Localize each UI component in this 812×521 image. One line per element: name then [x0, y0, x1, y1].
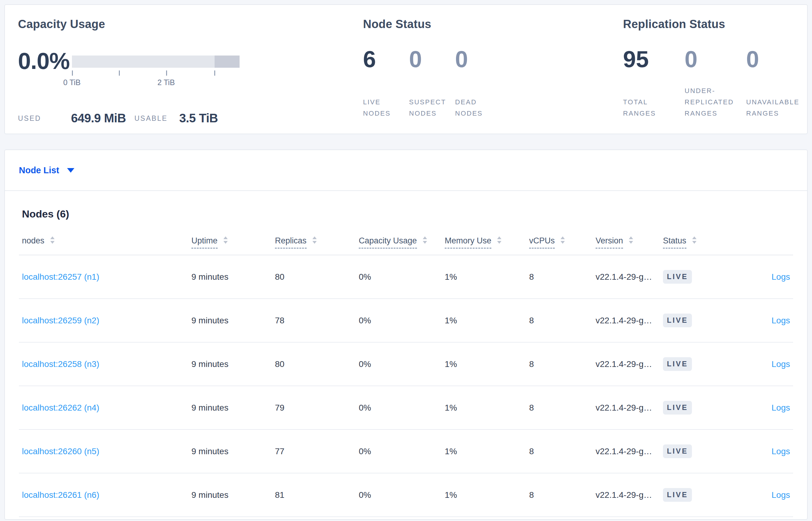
sort-icon[interactable] [422, 236, 428, 246]
logs-cell: Logs [722, 342, 793, 386]
table-row: localhost:26261 (n6)9 minutes810%1%8v22.… [19, 473, 793, 517]
logs-link[interactable]: Logs [771, 272, 790, 281]
logs-link[interactable]: Logs [771, 447, 790, 456]
capacity-tick [166, 70, 167, 76]
table-row: localhost:26262 (n4)9 minutes790%1%8v22.… [19, 386, 793, 430]
status-cell: LIVE [660, 255, 722, 299]
node-link[interactable]: localhost:26259 (n2) [22, 316, 99, 325]
stat-label: TOTALRANGES [623, 73, 685, 119]
logs-link[interactable]: Logs [771, 316, 790, 325]
column-header-content: Uptime [191, 236, 229, 246]
stat-label-line: NODES [409, 108, 455, 119]
version-cell: v22.1.4-29-g… [593, 299, 660, 342]
logs-link[interactable]: Logs [771, 490, 790, 500]
status-badge: LIVE [663, 445, 692, 458]
capacity-tick-label: 0 TiB [64, 78, 81, 87]
node-link[interactable]: localhost:26260 (n5) [22, 447, 99, 456]
logs-link[interactable]: Logs [771, 359, 790, 369]
uptime-cell: 9 minutes [188, 299, 272, 342]
capacity-bar-dark-segment [215, 55, 240, 68]
logs-cell: Logs [722, 386, 793, 430]
node-link[interactable]: localhost:26257 (n1) [22, 272, 99, 281]
vcpus-cell: 8 [526, 430, 593, 473]
capacity-tick [72, 70, 73, 76]
column-header-status[interactable]: Status [660, 228, 722, 255]
capacity-usage-cell: 0% [356, 430, 441, 473]
stat-label-line: NODES [363, 108, 409, 119]
memory-use-cell: 1% [441, 386, 526, 430]
column-header-version[interactable]: Version [593, 228, 660, 255]
capacity-bar [72, 55, 240, 68]
node-list-dropdown[interactable]: Node List [19, 165, 74, 175]
sort-icon[interactable] [222, 236, 229, 246]
status-badge: LIVE [663, 357, 692, 370]
node-list-dropdown-label: Node List [19, 165, 59, 175]
stat-label-line: NODES [455, 108, 501, 119]
stat-value: 0 [685, 48, 746, 71]
column-header-capacity[interactable]: Capacity Usage [356, 228, 441, 255]
capacity-tick [119, 70, 120, 76]
sort-icon[interactable] [691, 236, 697, 246]
node-address-cell: localhost:26257 (n1) [19, 255, 188, 299]
column-header-nodes[interactable]: nodes [19, 228, 188, 255]
column-label-nodes: nodes [22, 236, 45, 246]
sort-icon[interactable] [628, 236, 634, 246]
column-header-replicas[interactable]: Replicas [272, 228, 356, 255]
usable-label: USABLE [135, 114, 168, 122]
stat-label-line: UNAVAILABLE [746, 96, 808, 108]
version-cell: v22.1.4-29-g… [593, 255, 660, 299]
used-value: 649.9 MiB [71, 111, 126, 125]
column-label-replicas: Replicas [275, 236, 307, 249]
capacity-usage-cell: 0% [356, 255, 441, 299]
stat-label-line: RANGES [623, 108, 685, 119]
stat-label: DEADNODES [455, 73, 501, 119]
memory-use-cell: 1% [441, 255, 526, 299]
column-label-vcpus: vCPUs [529, 236, 555, 249]
column-label-uptime: Uptime [191, 236, 218, 249]
logs-link[interactable]: Logs [771, 403, 790, 412]
status-cell: LIVE [660, 386, 722, 430]
column-label-capacity: Capacity Usage [359, 236, 417, 249]
vcpus-cell: 8 [526, 473, 593, 517]
node-link[interactable]: localhost:26261 (n6) [22, 490, 99, 500]
capacity-bar-chart: 0 TiB2 TiB [72, 55, 240, 95]
column-header-uptime[interactable]: Uptime [188, 228, 272, 255]
capacity-usage-cell: 0% [356, 342, 441, 386]
replicas-cell: 79 [272, 386, 356, 430]
node-link[interactable]: localhost:26258 (n3) [22, 359, 99, 369]
column-header-memory[interactable]: Memory Use [441, 228, 526, 255]
column-header-vcpus[interactable]: vCPUs [526, 228, 593, 255]
stat-value: 6 [363, 48, 409, 71]
stat-label: UNDER-REPLICATEDRANGES [685, 73, 746, 119]
used-label: USED [18, 114, 41, 122]
vcpus-cell: 8 [526, 386, 593, 430]
status-badge: LIVE [663, 270, 692, 284]
vcpus-cell: 8 [526, 299, 593, 342]
status-badge: LIVE [663, 488, 692, 501]
version-cell: v22.1.4-29-g… [593, 386, 660, 430]
nodes-table-section: Nodes (6) nodesUptimeReplicasCapacity Us… [5, 208, 807, 517]
status-cell: LIVE [660, 342, 722, 386]
column-header-content: Capacity Usage [359, 236, 428, 246]
sort-icon[interactable] [559, 236, 566, 246]
replicas-cell: 78 [272, 299, 356, 342]
node-link[interactable]: localhost:26262 (n4) [22, 403, 99, 412]
view-selector-strip: Node List [5, 150, 807, 191]
sort-icon[interactable] [496, 236, 502, 246]
logs-cell: Logs [722, 430, 793, 473]
sort-icon[interactable] [49, 236, 55, 246]
stat-label-line: TOTAL [623, 96, 685, 108]
stat-label-line: RANGES [685, 108, 746, 119]
status-cell: LIVE [660, 299, 722, 342]
uptime-cell: 9 minutes [188, 430, 272, 473]
node-status-title: Node Status [363, 18, 431, 31]
sort-icon[interactable] [311, 236, 318, 246]
stat-label-line: RANGES [746, 108, 808, 119]
node-address-cell: localhost:26260 (n5) [19, 430, 188, 473]
cluster-summary-card: Capacity Usage 0.0% 0 TiB2 TiB USED 649.… [4, 4, 808, 134]
chevron-down-icon [67, 168, 74, 173]
node-address-cell: localhost:26261 (n6) [19, 473, 188, 517]
uptime-cell: 9 minutes [188, 473, 272, 517]
node-list-card: Node List Nodes (6) nodesUptimeReplicasC… [4, 150, 808, 520]
column-header-content: Version [596, 236, 634, 246]
